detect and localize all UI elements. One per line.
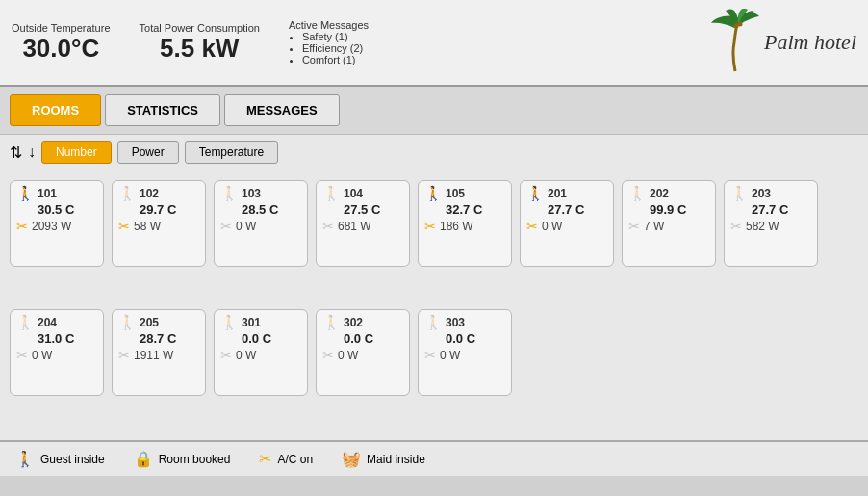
legend-guest: 🚶 Guest inside — [15, 450, 105, 468]
message-item: Safety (1) — [302, 31, 369, 42]
booked-icon: 🔒 — [134, 450, 153, 468]
room-number: 303 — [446, 316, 505, 329]
room-power: 582 W — [746, 220, 779, 233]
messages-label: Active Messages — [289, 19, 369, 31]
room-power: 0 W — [542, 220, 562, 233]
booked-label: Room booked — [159, 453, 231, 466]
ac-room-icon: ✂ — [118, 219, 130, 234]
palm-tree-icon — [706, 9, 764, 76]
ac-room-icon: ✂ — [220, 348, 232, 363]
tab-messages[interactable]: MESSAGES — [224, 94, 340, 126]
ac-room-icon: ✂ — [424, 348, 436, 363]
room-card[interactable]: 🚶3010.0 C✂0 W — [214, 309, 308, 396]
room-card[interactable]: 🚶10532.7 C✂186 W — [418, 180, 512, 267]
room-power: 1911 W — [134, 349, 173, 362]
ac-room-icon: ✂ — [526, 219, 538, 234]
room-power: 58 W — [134, 220, 161, 233]
ac-icon: ✂ — [259, 450, 271, 468]
room-temp: 28.7 C — [140, 331, 199, 346]
ac-room-icon: ✂ — [16, 219, 28, 234]
room-card[interactable]: 🚶10427.5 C✂681 W — [316, 180, 410, 267]
person-icon: 🚶 — [730, 185, 749, 202]
filter-power[interactable]: Power — [117, 141, 179, 164]
room-temp: 30.5 C — [38, 202, 97, 217]
person-icon: 🚶 — [16, 314, 35, 331]
room-number: 201 — [548, 187, 607, 200]
outside-temp-value: 30.0°C — [12, 34, 111, 64]
ac-room-icon: ✂ — [424, 219, 436, 234]
outside-temp-label: Outside Temperature — [12, 22, 111, 34]
person-icon: 🚶 — [118, 314, 137, 331]
svg-point-1 — [738, 22, 743, 27]
room-temp: 0.0 C — [242, 331, 301, 346]
room-temp: 28.5 C — [242, 202, 301, 217]
maid-icon: 🧺 — [342, 450, 361, 468]
room-card[interactable]: 🚶10130.5 C✂2093 W — [10, 180, 104, 267]
room-power: 0 W — [236, 220, 256, 233]
room-temp: 29.7 C — [140, 202, 199, 217]
person-icon: 🚶 — [424, 314, 443, 331]
room-card[interactable]: 🚶20528.7 C✂1911 W — [112, 309, 206, 396]
room-power: 7 W — [644, 220, 664, 233]
room-card[interactable]: 🚶3030.0 C✂0 W — [418, 309, 512, 396]
room-temp: 27.7 C — [752, 202, 811, 217]
legend-bar: 🚶 Guest inside 🔒 Room booked ✂ A/C on 🧺 … — [0, 440, 868, 476]
person-icon: 🚶 — [628, 185, 647, 202]
person-icon: 🚶 — [220, 314, 239, 331]
guest-icon: 🚶 — [15, 450, 35, 468]
room-card[interactable]: 🚶20431.0 C✂0 W — [10, 309, 104, 396]
room-card[interactable]: 🚶10229.7 C✂58 W — [112, 180, 206, 267]
header: Outside Temperature 30.0°C Total Power C… — [0, 0, 868, 87]
maid-label: Maid inside — [367, 453, 425, 466]
room-power: 0 W — [440, 349, 460, 362]
guest-label: Guest inside — [40, 453, 105, 466]
ac-room-icon: ✂ — [322, 219, 334, 234]
filter-bar: ⇅ ↓ Number Power Temperature — [0, 135, 868, 170]
logo-area: Palm hotel — [706, 9, 856, 76]
tab-rooms[interactable]: ROOMS — [10, 94, 101, 126]
outside-temp-section: Outside Temperature 30.0°C — [12, 22, 111, 64]
ac-room-icon: ✂ — [730, 219, 742, 234]
room-temp: 27.5 C — [344, 202, 403, 217]
power-section: Total Power Consumption 5.5 kW — [140, 22, 260, 64]
room-card[interactable]: 🚶10328.5 C✂0 W — [214, 180, 308, 267]
messages-section: Active Messages Safety (1)Efficiency (2)… — [289, 19, 369, 65]
ac-room-icon: ✂ — [16, 348, 28, 363]
power-label: Total Power Consumption — [140, 22, 260, 34]
room-number: 203 — [752, 187, 811, 200]
room-power: 186 W — [440, 220, 473, 233]
person-icon: 🚶 — [220, 185, 239, 202]
room-card[interactable]: 🚶20299.9 C✂7 W — [622, 180, 716, 267]
ac-room-icon: ✂ — [322, 348, 334, 363]
room-power: 0 W — [338, 349, 358, 362]
room-number: 104 — [344, 187, 403, 200]
person-icon: 🚶 — [118, 185, 137, 202]
room-power: 2093 W — [32, 220, 71, 233]
room-number: 301 — [242, 316, 301, 329]
room-number: 205 — [140, 316, 199, 329]
room-card[interactable]: 🚶20127.7 C✂0 W — [520, 180, 614, 267]
room-power: 0 W — [32, 349, 52, 362]
filter-number[interactable]: Number — [41, 141, 112, 164]
sort-arrows-icon: ⇅ — [10, 144, 22, 162]
room-power: 681 W — [338, 220, 371, 233]
legend-ac: ✂ A/C on — [259, 450, 313, 468]
message-item: Efficiency (2) — [302, 42, 369, 54]
room-power: 0 W — [236, 349, 256, 362]
person-icon: 🚶 — [16, 185, 35, 202]
sort-down-icon: ↓ — [28, 144, 36, 161]
room-number: 101 — [38, 187, 97, 200]
person-icon: 🚶 — [322, 185, 341, 202]
ac-room-icon: ✂ — [628, 219, 640, 234]
room-temp: 27.7 C — [548, 202, 607, 217]
filter-temperature[interactable]: Temperature — [185, 141, 278, 164]
room-card[interactable]: 🚶3020.0 C✂0 W — [316, 309, 410, 396]
ac-label: A/C on — [277, 453, 313, 466]
room-grid: 🚶10130.5 C✂2093 W🚶10229.7 C✂58 W🚶10328.5… — [0, 170, 868, 440]
room-temp: 32.7 C — [446, 202, 505, 217]
message-item: Comfort (1) — [302, 54, 369, 65]
room-card[interactable]: 🚶20327.7 C✂582 W — [724, 180, 818, 267]
tab-statistics[interactable]: STATISTICS — [105, 94, 220, 126]
room-number: 103 — [242, 187, 301, 200]
person-icon: 🚶 — [424, 185, 443, 202]
